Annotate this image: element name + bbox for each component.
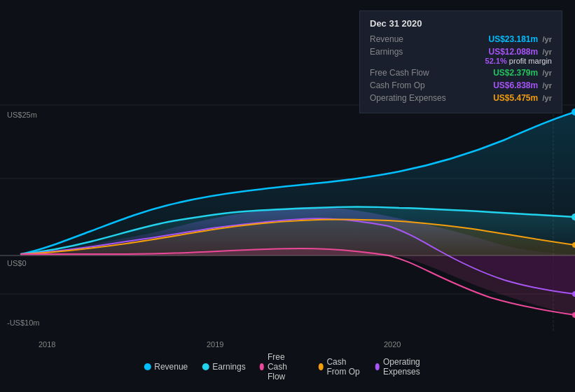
opex-legend-label: Operating Expenses bbox=[383, 357, 431, 377]
tooltip-date: Dec 31 2020 bbox=[370, 18, 552, 29]
revenue-legend-label: Revenue bbox=[154, 362, 188, 372]
opex-dot bbox=[375, 363, 380, 370]
opex-value: US$5.475m /yr bbox=[493, 93, 552, 103]
profit-margin: 52.1% profit margin bbox=[485, 57, 552, 65]
x-label-2020: 2020 bbox=[384, 340, 401, 349]
legend-item-opex[interactable]: Operating Expenses bbox=[375, 357, 431, 377]
tooltip-box: Dec 31 2020 Revenue US$23.181m /yr Earni… bbox=[359, 10, 562, 113]
earnings-label: Earnings bbox=[370, 47, 403, 57]
earnings-block: US$12.088m /yr 52.1% profit margin bbox=[485, 47, 552, 65]
tooltip-row-opex: Operating Expenses US$5.475m /yr bbox=[370, 93, 552, 103]
x-label-2018: 2018 bbox=[39, 340, 55, 349]
legend-item-cashfromop[interactable]: Cash From Op bbox=[319, 357, 361, 377]
tooltip-row-fcf: Free Cash Flow US$2.379m /yr bbox=[370, 68, 552, 78]
cashfromop-dot bbox=[319, 363, 323, 370]
x-label-2019: 2019 bbox=[207, 340, 223, 349]
chart-container: Dec 31 2020 Revenue US$23.181m /yr Earni… bbox=[0, 0, 575, 392]
opex-label: Operating Expenses bbox=[370, 93, 446, 103]
fcf-value: US$2.379m /yr bbox=[493, 68, 552, 78]
cashfromop-label: Cash From Op bbox=[370, 80, 425, 90]
tooltip-row-earnings: Earnings US$12.088m /yr 52.1% profit mar… bbox=[370, 47, 552, 65]
main-chart[interactable] bbox=[0, 102, 575, 332]
cashfromop-value: US$6.838m /yr bbox=[493, 80, 552, 90]
revenue-label: Revenue bbox=[370, 34, 403, 44]
earnings-dot bbox=[202, 363, 209, 370]
legend-item-fcf[interactable]: Free Cash Flow bbox=[260, 352, 305, 382]
earnings-value: US$12.088m /yr bbox=[488, 47, 552, 57]
legend-item-earnings[interactable]: Earnings bbox=[202, 362, 245, 372]
fcf-legend-label: Free Cash Flow bbox=[268, 352, 305, 382]
earnings-legend-label: Earnings bbox=[212, 362, 245, 372]
chart-legend: Revenue Earnings Free Cash Flow Cash Fro… bbox=[144, 352, 431, 382]
tooltip-row-cashfromop: Cash From Op US$6.838m /yr bbox=[370, 80, 552, 90]
revenue-value: US$23.181m /yr bbox=[488, 34, 552, 44]
tooltip-row-revenue: Revenue US$23.181m /yr bbox=[370, 34, 552, 44]
revenue-dot bbox=[144, 363, 151, 370]
fcf-label: Free Cash Flow bbox=[370, 68, 429, 78]
cashfromop-legend-label: Cash From Op bbox=[326, 357, 361, 377]
legend-item-revenue[interactable]: Revenue bbox=[144, 362, 188, 372]
fcf-dot bbox=[260, 363, 264, 370]
